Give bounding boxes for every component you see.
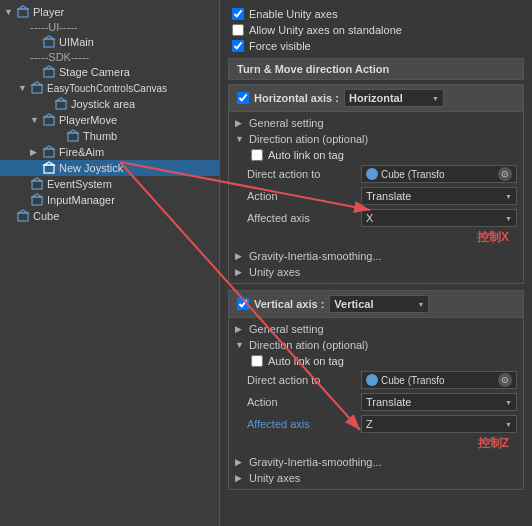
horizontal-action-value: Translate (366, 190, 411, 202)
force-visible-label: Force visible (249, 40, 311, 52)
vertical-action-row: Action Translate (247, 391, 517, 413)
cube-icon-stagecamera (42, 65, 56, 79)
svg-rect-12 (68, 133, 78, 141)
tree-item-newjoystick[interactable]: New Joystick (0, 160, 219, 176)
svg-marker-11 (44, 114, 54, 117)
vertical-axis-checkbox[interactable] (237, 298, 249, 310)
tree-item-eventsystem[interactable]: EventSystem (0, 176, 219, 192)
tree-item-sdk[interactable]: -----SDK----- (0, 50, 219, 64)
tree-item-playermove[interactable]: ▼ PlayerMove (0, 112, 219, 128)
horizontal-direction-label: Direction ation (optional) (249, 133, 368, 145)
svg-rect-18 (32, 181, 42, 189)
vertical-action-value: Translate (366, 396, 411, 408)
tree-item-easytouchcanvas[interactable]: ▼ EasyTouchControlsCanvas (0, 80, 219, 96)
horizontal-unity-axes-row[interactable]: ▶ Unity axes (235, 264, 517, 280)
tree-label-easytouchcanvas: EasyTouchControlsCanvas (47, 83, 167, 94)
tree-item-inputmanager[interactable]: InputManager (0, 192, 219, 208)
horizontal-directaction-field[interactable]: Cube (Transfo ⊙ (361, 165, 517, 183)
arrow-player: ▼ (4, 7, 16, 17)
svg-rect-0 (18, 9, 28, 17)
vertical-obj-name: Cube (Transfo (381, 375, 495, 386)
cube-icon-thumb (66, 129, 80, 143)
enable-unity-axes-checkbox[interactable] (232, 8, 244, 20)
tree-label-thumb: Thumb (83, 130, 117, 142)
cube-icon-cube (16, 209, 30, 223)
tree-item-ui[interactable]: -----UI----- (0, 20, 219, 34)
enable-unity-axes-row: Enable Unity axes (228, 6, 524, 22)
horizontal-general-setting[interactable]: ▶ General setting (235, 115, 517, 131)
vertical-axis-dropdown[interactable]: Vertical (329, 295, 429, 313)
vertical-axis-title: Vertical axis : (254, 298, 324, 310)
horizontal-obj-btn[interactable]: ⊙ (498, 167, 512, 181)
horizontal-axis-value: Horizontal (349, 92, 403, 104)
allow-unity-axes-checkbox[interactable] (232, 24, 244, 36)
svg-rect-2 (44, 39, 54, 47)
vertical-directaction-field[interactable]: Cube (Transfo ⊙ (361, 371, 517, 389)
horizontal-action-row: Action Translate (247, 185, 517, 207)
svg-rect-20 (32, 197, 42, 205)
svg-rect-22 (18, 213, 28, 221)
horizontal-gravity-row[interactable]: ▶ Gravity-Inertia-smoothing... (235, 248, 517, 264)
tree-item-stagecamera[interactable]: Stage Camera (0, 64, 219, 80)
vertical-unity-axes-row[interactable]: ▶ Unity axes (235, 470, 517, 486)
horizontal-affectedaxis-label: Affected axis (247, 212, 357, 224)
horizontal-action-dropdown[interactable]: Translate (361, 187, 517, 205)
svg-rect-4 (44, 69, 54, 77)
tree-item-uimain[interactable]: UIMain (0, 34, 219, 50)
enable-unity-axes-label: Enable Unity axes (249, 8, 338, 20)
vertical-general-setting[interactable]: ▶ General setting (235, 321, 517, 337)
vertical-unity-axes-label: Unity axes (249, 472, 300, 484)
svg-marker-1 (18, 6, 28, 9)
horizontal-autolink-row: Auto link on tag (247, 147, 517, 163)
horizontal-obj-name: Cube (Transfo (381, 169, 495, 180)
horizontal-axis-dropdown[interactable]: Horizontal (344, 89, 444, 107)
horizontal-directaction-label: Direct action to (247, 168, 357, 180)
horizontal-affectedaxis-value: X (366, 212, 373, 224)
vertical-axis-header[interactable]: Vertical axis : Vertical (229, 291, 523, 318)
fold-arrow-vgen: ▶ (235, 324, 245, 334)
allow-unity-axes-label: Allow Unity axes on standalone (249, 24, 402, 36)
horizontal-axis-header[interactable]: Horizontal axis : Horizontal (229, 85, 523, 112)
svg-rect-6 (32, 85, 42, 93)
horizontal-axis-body: ▶ General setting ▼ Direction ation (opt… (229, 112, 523, 283)
vertical-direction-action[interactable]: ▼ Direction ation (optional) (235, 337, 517, 353)
vertical-affectedaxis-dropdown[interactable]: Z (361, 415, 517, 433)
direction-section-title: Turn & Move direction Action (237, 63, 389, 75)
vertical-general-label: General setting (249, 323, 324, 335)
tree-item-thumb[interactable]: Thumb (0, 128, 219, 144)
horizontal-autolink-checkbox[interactable] (251, 149, 263, 161)
horizontal-action-label: Action (247, 190, 357, 202)
vertical-obj-btn[interactable]: ⊙ (498, 373, 512, 387)
fold-arrow-vdir: ▼ (235, 340, 245, 350)
svg-marker-3 (44, 36, 54, 39)
vertical-action-dropdown[interactable]: Translate (361, 393, 517, 411)
vertical-autolink-row: Auto link on tag (247, 353, 517, 369)
cube-icon-eventsystem (30, 177, 44, 191)
fold-arrow-hdir: ▼ (235, 134, 245, 144)
horizontal-unity-axes-label: Unity axes (249, 266, 300, 278)
vertical-obj-icon (366, 374, 378, 386)
force-visible-checkbox[interactable] (232, 40, 244, 52)
cube-icon-playermove (42, 113, 56, 127)
horizontal-direction-action[interactable]: ▼ Direction ation (optional) (235, 131, 517, 147)
horizontal-axis-checkbox[interactable] (237, 92, 249, 104)
tree-label-inputmanager: InputManager (47, 194, 115, 206)
svg-rect-16 (44, 165, 54, 173)
tree-item-player[interactable]: ▼ Player (0, 4, 219, 20)
horizontal-gravity-label: Gravity-Inertia-smoothing... (249, 250, 382, 262)
horizontal-annotation: 控制X (235, 229, 517, 248)
tree-label-fireaim: Fire&Aim (59, 146, 104, 158)
direction-section-header: Turn & Move direction Action (228, 58, 524, 80)
horizontal-affectedaxis-dropdown[interactable]: X (361, 209, 517, 227)
svg-marker-21 (32, 194, 42, 197)
svg-marker-17 (44, 162, 54, 165)
svg-marker-15 (44, 146, 54, 149)
tree-item-joystickarea[interactable]: Joystick area (0, 96, 219, 112)
vertical-autolink-checkbox[interactable] (251, 355, 263, 367)
fold-arrow-hunity: ▶ (235, 267, 245, 277)
horizontal-direction-body: Auto link on tag Direct action to Cube (… (235, 147, 517, 229)
vertical-gravity-row[interactable]: ▶ Gravity-Inertia-smoothing... (235, 454, 517, 470)
tree-item-fireaim[interactable]: ▶ Fire&Aim (0, 144, 219, 160)
horizontal-directaction-row: Direct action to Cube (Transfo ⊙ (247, 163, 517, 185)
tree-item-cube[interactable]: Cube (0, 208, 219, 224)
